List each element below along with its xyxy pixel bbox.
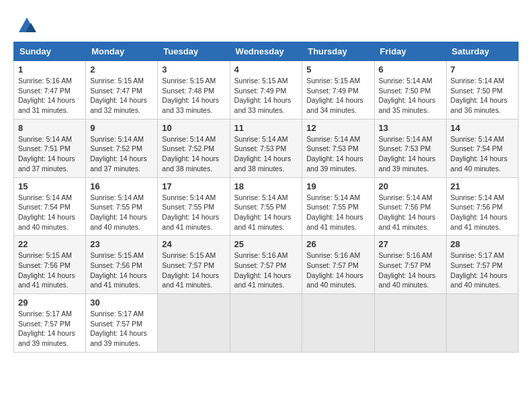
calendar-cell: 14Sunrise: 5:14 AMSunset: 7:54 PMDayligh…	[446, 119, 518, 177]
day-number: 13	[379, 123, 442, 133]
calendar-cell: 29Sunrise: 5:17 AMSunset: 7:57 PMDayligh…	[14, 294, 86, 353]
cell-content: Sunrise: 5:14 AMSunset: 7:55 PMDaylight:…	[90, 193, 153, 232]
calendar-cell	[230, 294, 302, 353]
calendar-cell: 20Sunrise: 5:14 AMSunset: 7:56 PMDayligh…	[374, 177, 446, 236]
calendar-cell: 23Sunrise: 5:15 AMSunset: 7:56 PMDayligh…	[86, 236, 158, 294]
calendar-cell: 2Sunrise: 5:15 AMSunset: 7:47 PMDaylight…	[86, 61, 158, 120]
calendar-cell: 13Sunrise: 5:14 AMSunset: 7:53 PMDayligh…	[374, 119, 446, 177]
calendar-cell	[302, 294, 374, 353]
cell-content: Sunrise: 5:15 AMSunset: 7:56 PMDaylight:…	[90, 250, 153, 290]
calendar-cell: 3Sunrise: 5:15 AMSunset: 7:48 PMDaylight…	[158, 61, 230, 120]
cell-content: Sunrise: 5:14 AMSunset: 7:53 PMDaylight:…	[306, 134, 369, 174]
logo	[13, 13, 38, 35]
day-number: 30	[90, 298, 153, 308]
cell-content: Sunrise: 5:16 AMSunset: 7:57 PMDaylight:…	[379, 250, 442, 290]
weekday-header-wednesday: Wednesday	[230, 42, 302, 61]
day-number: 19	[306, 181, 369, 191]
day-number: 7	[451, 64, 514, 75]
cell-content: Sunrise: 5:15 AMSunset: 7:49 PMDaylight:…	[306, 76, 369, 116]
cell-content: Sunrise: 5:15 AMSunset: 7:56 PMDaylight:…	[18, 250, 81, 290]
day-number: 22	[18, 239, 81, 249]
cell-content: Sunrise: 5:14 AMSunset: 7:54 PMDaylight:…	[451, 134, 514, 174]
header	[13, 13, 519, 35]
day-number: 6	[379, 64, 442, 75]
day-number: 2	[90, 64, 153, 75]
cell-content: Sunrise: 5:14 AMSunset: 7:55 PMDaylight:…	[306, 193, 369, 232]
day-number: 1	[18, 64, 81, 75]
day-number: 8	[18, 123, 81, 133]
cell-content: Sunrise: 5:14 AMSunset: 7:55 PMDaylight:…	[234, 193, 298, 232]
calendar-cell: 8Sunrise: 5:14 AMSunset: 7:51 PMDaylight…	[14, 119, 86, 177]
calendar-cell: 11Sunrise: 5:14 AMSunset: 7:53 PMDayligh…	[230, 119, 302, 177]
calendar-cell: 6Sunrise: 5:14 AMSunset: 7:50 PMDaylight…	[374, 61, 446, 120]
cell-content: Sunrise: 5:14 AMSunset: 7:52 PMDaylight:…	[90, 134, 153, 174]
cell-content: Sunrise: 5:14 AMSunset: 7:51 PMDaylight:…	[18, 134, 81, 174]
day-number: 12	[306, 123, 369, 133]
cell-content: Sunrise: 5:16 AMSunset: 7:57 PMDaylight:…	[234, 250, 298, 290]
day-number: 25	[234, 239, 298, 249]
day-number: 21	[451, 181, 514, 191]
day-number: 10	[162, 123, 225, 133]
calendar-cell: 30Sunrise: 5:17 AMSunset: 7:57 PMDayligh…	[86, 294, 158, 353]
day-number: 18	[234, 181, 298, 191]
day-number: 29	[18, 298, 81, 308]
cell-content: Sunrise: 5:14 AMSunset: 7:50 PMDaylight:…	[451, 76, 514, 116]
cell-content: Sunrise: 5:14 AMSunset: 7:53 PMDaylight:…	[234, 134, 298, 174]
calendar-cell: 12Sunrise: 5:14 AMSunset: 7:53 PMDayligh…	[302, 119, 374, 177]
day-number: 5	[306, 64, 369, 75]
calendar-cell: 27Sunrise: 5:16 AMSunset: 7:57 PMDayligh…	[374, 236, 446, 294]
day-number: 23	[90, 239, 153, 249]
day-number: 16	[90, 181, 153, 191]
calendar-cell: 16Sunrise: 5:14 AMSunset: 7:55 PMDayligh…	[86, 177, 158, 236]
day-number: 3	[162, 64, 225, 75]
day-number: 27	[379, 239, 442, 249]
logo-icon	[16, 13, 38, 35]
cell-content: Sunrise: 5:14 AMSunset: 7:54 PMDaylight:…	[18, 193, 81, 232]
cell-content: Sunrise: 5:15 AMSunset: 7:47 PMDaylight:…	[90, 76, 153, 116]
calendar-cell: 5Sunrise: 5:15 AMSunset: 7:49 PMDaylight…	[302, 61, 374, 120]
cell-content: Sunrise: 5:15 AMSunset: 7:48 PMDaylight:…	[162, 76, 225, 116]
day-number: 4	[234, 64, 298, 75]
day-number: 17	[162, 181, 225, 191]
cell-content: Sunrise: 5:16 AMSunset: 7:47 PMDaylight:…	[18, 76, 81, 116]
calendar-cell: 4Sunrise: 5:15 AMSunset: 7:49 PMDaylight…	[230, 61, 302, 120]
calendar-cell: 19Sunrise: 5:14 AMSunset: 7:55 PMDayligh…	[302, 177, 374, 236]
calendar-cell: 7Sunrise: 5:14 AMSunset: 7:50 PMDaylight…	[446, 61, 518, 120]
day-number: 15	[18, 181, 81, 191]
cell-content: Sunrise: 5:14 AMSunset: 7:52 PMDaylight:…	[162, 134, 225, 174]
cell-content: Sunrise: 5:16 AMSunset: 7:57 PMDaylight:…	[306, 250, 369, 290]
calendar-cell: 25Sunrise: 5:16 AMSunset: 7:57 PMDayligh…	[230, 236, 302, 294]
day-number: 9	[90, 123, 153, 133]
calendar-table: SundayMondayTuesdayWednesdayThursdayFrid…	[13, 42, 519, 353]
weekday-header-friday: Friday	[374, 42, 446, 61]
calendar-cell: 10Sunrise: 5:14 AMSunset: 7:52 PMDayligh…	[158, 119, 230, 177]
cell-content: Sunrise: 5:15 AMSunset: 7:49 PMDaylight:…	[234, 76, 298, 116]
calendar-cell: 21Sunrise: 5:14 AMSunset: 7:56 PMDayligh…	[446, 177, 518, 236]
calendar-cell	[158, 294, 230, 353]
calendar-cell	[446, 294, 518, 353]
calendar-cell: 1Sunrise: 5:16 AMSunset: 7:47 PMDaylight…	[14, 61, 86, 120]
weekday-header-sunday: Sunday	[14, 42, 86, 61]
weekday-header-saturday: Saturday	[446, 42, 518, 61]
cell-content: Sunrise: 5:15 AMSunset: 7:57 PMDaylight:…	[162, 250, 225, 290]
calendar-cell: 9Sunrise: 5:14 AMSunset: 7:52 PMDaylight…	[86, 119, 158, 177]
cell-content: Sunrise: 5:14 AMSunset: 7:56 PMDaylight:…	[379, 193, 442, 232]
day-number: 14	[451, 123, 514, 133]
cell-content: Sunrise: 5:14 AMSunset: 7:50 PMDaylight:…	[379, 76, 442, 116]
calendar-cell: 22Sunrise: 5:15 AMSunset: 7:56 PMDayligh…	[14, 236, 86, 294]
cell-content: Sunrise: 5:17 AMSunset: 7:57 PMDaylight:…	[18, 309, 81, 349]
cell-content: Sunrise: 5:14 AMSunset: 7:56 PMDaylight:…	[451, 193, 514, 232]
day-number: 24	[162, 239, 225, 249]
calendar-cell: 18Sunrise: 5:14 AMSunset: 7:55 PMDayligh…	[230, 177, 302, 236]
day-number: 11	[234, 123, 298, 133]
calendar-cell: 24Sunrise: 5:15 AMSunset: 7:57 PMDayligh…	[158, 236, 230, 294]
weekday-header-tuesday: Tuesday	[158, 42, 230, 61]
cell-content: Sunrise: 5:14 AMSunset: 7:55 PMDaylight:…	[162, 193, 225, 232]
day-number: 26	[306, 239, 369, 249]
calendar-cell	[374, 294, 446, 353]
weekday-header-thursday: Thursday	[302, 42, 374, 61]
cell-content: Sunrise: 5:14 AMSunset: 7:53 PMDaylight:…	[379, 134, 442, 174]
calendar-cell: 15Sunrise: 5:14 AMSunset: 7:54 PMDayligh…	[14, 177, 86, 236]
calendar-cell: 28Sunrise: 5:17 AMSunset: 7:57 PMDayligh…	[446, 236, 518, 294]
cell-content: Sunrise: 5:17 AMSunset: 7:57 PMDaylight:…	[451, 250, 514, 290]
